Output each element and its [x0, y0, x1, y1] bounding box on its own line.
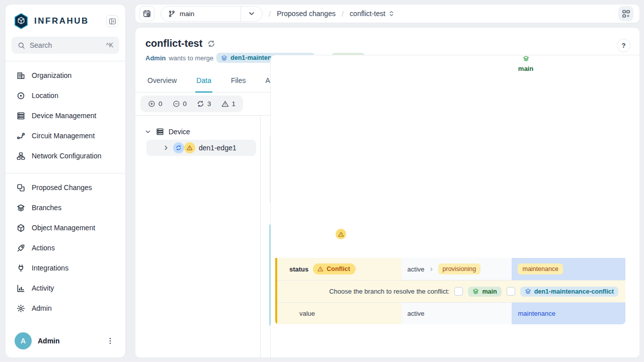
refresh-proposed-change-button[interactable] [207, 40, 215, 48]
tab-files[interactable]: Files [230, 71, 247, 93]
circuit-icon [17, 132, 25, 140]
sidebar-item-object-management[interactable]: Object Management [12, 218, 119, 238]
layers-icon [472, 288, 479, 295]
time-travel-button[interactable] [139, 6, 154, 21]
sidebar-item-label: Network Configuration [32, 152, 102, 160]
resolve-main-badge[interactable]: main [468, 287, 501, 297]
warning-triangle-icon [221, 100, 229, 108]
diff-row-status-conflict: status Conflict active [275, 258, 625, 280]
location-icon [17, 92, 25, 100]
conflict-group: status Conflict active [275, 258, 625, 324]
sidebar-item-device-management[interactable]: Device Management [12, 106, 119, 126]
resolve-branch-checkbox[interactable] [507, 287, 515, 296]
sidebar-item-label: Location [32, 92, 58, 100]
gear-icon [17, 304, 25, 313]
calendar-clock-icon [143, 10, 151, 18]
page-title: conflict-test [145, 38, 202, 49]
branch-selector-caret[interactable] [240, 7, 262, 21]
chevron-right-icon [163, 144, 170, 151]
sidebar-item-label: Activity [32, 284, 54, 292]
diff-tree-panel: Device den1-edge1 [135, 116, 261, 357]
sidebar-item-circuit-management[interactable]: Circuit Management [12, 126, 119, 146]
sidebar-item-integrations[interactable]: Integrations [12, 258, 119, 278]
sidebar-item-activity[interactable]: Activity [12, 278, 119, 298]
chevrons-up-down-icon [388, 10, 395, 17]
search-shortcut: ^K [106, 42, 113, 49]
branch-value-cell: maintenance [512, 258, 625, 280]
attribute-label-cell: status Conflict [275, 258, 401, 280]
stat-conflicts: 1 [221, 100, 236, 108]
sidebar-item-branches[interactable]: Branches [12, 198, 119, 218]
resolve-prompt: Choose the branch to resolve the conflic… [329, 288, 449, 295]
sidebar-item-proposed-changes[interactable]: Proposed Changes [12, 177, 119, 198]
sidebar-item-actions[interactable]: Actions [12, 238, 119, 258]
sidebar: INFRAHUB Search ^K Organization Location… [5, 4, 126, 358]
tree-node-device[interactable]: Device [143, 128, 256, 136]
layers-icon [17, 204, 25, 212]
warning-triangle-icon [338, 231, 344, 237]
refresh-icon [207, 40, 215, 48]
infrahub-logo-icon [13, 13, 30, 30]
schema-icon [622, 10, 630, 18]
stat-removed: 0 [173, 100, 187, 108]
divider [6, 173, 125, 173]
avatar: A [15, 332, 32, 349]
sidebar-item-label: Object Management [32, 224, 95, 232]
merge-text: wants to merge [169, 54, 213, 62]
branch-value-cell: maintenance [512, 303, 625, 324]
search-icon [18, 42, 25, 49]
help-button[interactable]: ? [617, 39, 630, 52]
layers-icon [525, 288, 531, 295]
property-label-cell: value [275, 303, 401, 324]
sidebar-item-admin[interactable]: Admin [12, 298, 119, 318]
search-placeholder: Search [30, 41, 102, 49]
branch-selector[interactable]: main [160, 6, 263, 22]
kebab-menu-icon [106, 337, 114, 345]
user-row: A Admin [12, 329, 119, 351]
tab-overview[interactable]: Overview [146, 71, 178, 93]
brand-name: INFRAHUB [34, 16, 102, 26]
breadcrumb-section[interactable]: Proposed changes [277, 10, 336, 18]
refresh-icon [176, 145, 182, 151]
layers-icon [221, 55, 227, 61]
user-menu-button[interactable] [104, 335, 116, 347]
warning-triangle-icon [187, 145, 193, 151]
user-name: Admin [38, 337, 98, 345]
sidebar-item-label: Admin [32, 304, 52, 312]
refresh-icon [197, 100, 204, 108]
divider [6, 61, 125, 61]
tab-data[interactable]: Data [195, 71, 212, 93]
breadcrumb-separator: / [342, 10, 344, 18]
main-value-cell: active [401, 303, 512, 324]
nav-primary: Organization Location Device Management … [12, 65, 119, 166]
server-icon [17, 112, 25, 120]
sidebar-item-label: Circuit Management [32, 132, 95, 140]
server-icon [156, 128, 164, 136]
breadcrumb-current[interactable]: conflict-test [350, 10, 395, 18]
main-panel: conflict-test Admin wants to merge den1-… [135, 27, 640, 358]
sidebar-item-location[interactable]: Location [12, 85, 119, 106]
schema-visualizer-button[interactable] [618, 6, 633, 21]
nav-secondary: Proposed Changes Branches Object Managem… [12, 177, 119, 318]
search-input[interactable]: Search ^K [12, 37, 119, 54]
sidebar-item-label: Actions [32, 244, 55, 252]
resolve-branch-badge[interactable]: den1-maintenance-conflict [520, 287, 618, 297]
branch-selector-value: main [180, 10, 194, 18]
topbar: main / Proposed changes / conflict-test [135, 4, 640, 23]
chevron-right-icon [429, 266, 434, 272]
tree-node-den1-edge1[interactable]: den1-edge1 [146, 140, 256, 156]
updated-indicator [173, 142, 184, 153]
diff-card-device-selected: Updated Device den1-edge1 [270, 220, 631, 330]
sidebar-item-label: Device Management [32, 112, 96, 120]
sidebar-item-label: Organization [32, 71, 71, 79]
sidebar-item-organization[interactable]: Organization [12, 65, 119, 85]
chevron-down-icon [248, 10, 256, 18]
sidebar-item-network-configuration[interactable]: Network Configuration [12, 146, 119, 166]
panel-collapse-icon [109, 18, 116, 25]
collapse-sidebar-button[interactable] [106, 15, 118, 27]
sidebar-item-label: Branches [32, 204, 61, 212]
plus-circle-icon [148, 100, 155, 108]
resolve-main-checkbox[interactable] [454, 287, 463, 296]
cube-icon [17, 224, 25, 232]
tree-node-label: Device [169, 128, 190, 136]
